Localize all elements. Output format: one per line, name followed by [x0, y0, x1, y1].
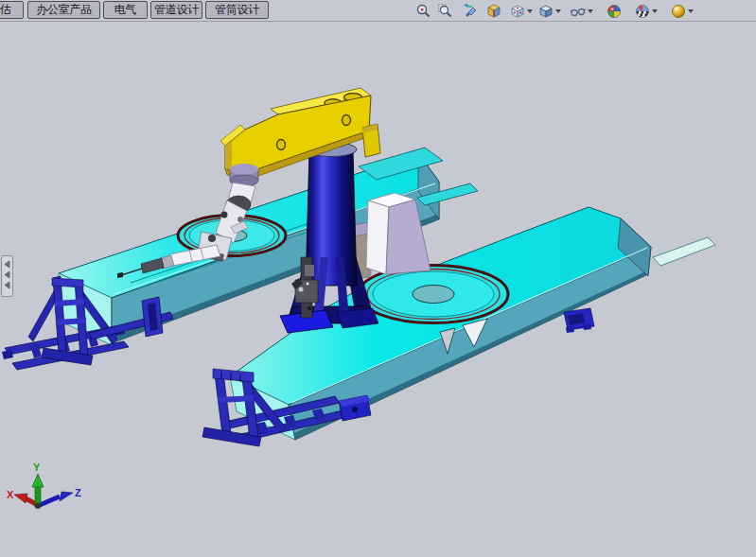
zoom-to-area-icon[interactable]	[436, 2, 455, 21]
beam-ring-right[interactable]	[359, 266, 508, 323]
tab-office-products[interactable]: 办公室产品	[27, 1, 100, 19]
section-view-icon[interactable]	[484, 2, 503, 21]
view-settings-icon[interactable]	[669, 2, 688, 21]
beam-right-rail	[653, 237, 715, 266]
view-orientation-dropdown[interactable]	[527, 2, 533, 21]
y-axis-arrow	[32, 474, 44, 487]
z-axis-label: Z	[75, 487, 81, 498]
zoom-to-fit-icon[interactable]	[414, 2, 433, 21]
tab-electrical[interactable]: 电气	[103, 1, 148, 19]
tab-piping-design[interactable]: 管道设计	[150, 1, 202, 19]
flyout-arrow-icon	[5, 271, 9, 278]
y-axis-label: Y	[33, 461, 41, 473]
apply-scene-icon[interactable]	[633, 2, 652, 21]
feature-panel-flyout[interactable]	[1, 255, 13, 297]
display-style-dropdown[interactable]	[555, 2, 561, 21]
solidworks-window: X Y Z 估 办公室产品 电气 管道设计 管筒设计	[0, 0, 756, 557]
view-settings-dropdown[interactable]	[688, 2, 694, 21]
flyout-arrow-icon	[5, 261, 9, 268]
tab-evaluate-clipped[interactable]: 估	[0, 1, 24, 19]
graphics-viewport[interactable]: X Y Z	[0, 0, 756, 557]
hide-show-items-icon[interactable]	[569, 2, 588, 21]
flyout-arrow-icon	[5, 282, 9, 288]
x-axis-label: X	[7, 489, 14, 500]
tab-tube-design[interactable]: 管筒设计	[205, 1, 269, 19]
hide-show-items-dropdown[interactable]	[588, 2, 593, 21]
previous-view-icon[interactable]	[461, 2, 480, 21]
edit-appearance-icon[interactable]	[605, 2, 624, 21]
apply-scene-dropdown[interactable]	[652, 2, 658, 21]
view-orientation-icon[interactable]	[508, 2, 527, 21]
heads-up-view-toolbar	[414, 2, 694, 21]
x-axis-arrow	[14, 494, 27, 503]
z-axis-arrow	[60, 492, 73, 501]
display-style-icon[interactable]	[536, 2, 555, 21]
reference-triad[interactable]: X Y Z	[7, 461, 81, 509]
